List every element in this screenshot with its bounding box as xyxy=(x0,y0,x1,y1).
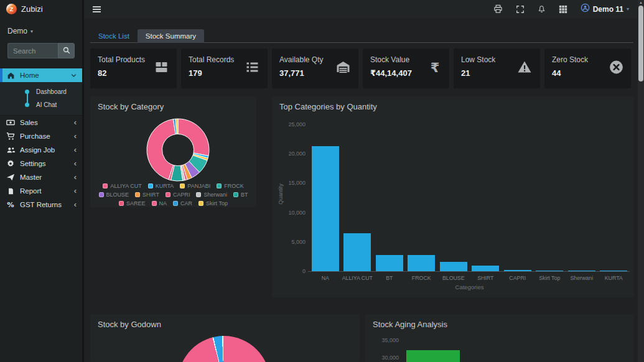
scrollbar-thumb[interactable] xyxy=(638,6,643,81)
x-category-label: BLOUSE xyxy=(437,275,470,281)
legend-item-sherwani[interactable]: Sherwani xyxy=(196,192,227,198)
sidebar-item-label: Settings xyxy=(20,160,74,167)
legend-label: FROCK xyxy=(224,183,244,189)
y-axis-tick: 0 xyxy=(276,268,306,274)
legend-swatch xyxy=(180,183,185,188)
chevron-left-icon: ‹ xyxy=(74,160,77,167)
legend-item-skirt-top[interactable]: Skirt Top xyxy=(198,200,228,207)
y-axis-tick: 15,000 xyxy=(276,180,306,186)
expand-icon[interactable] xyxy=(516,5,525,14)
workspace-dropdown[interactable]: Demo ▾ xyxy=(0,18,82,37)
panel-top-categories: Top Categories by Quantity Quantity Cate… xyxy=(272,96,634,297)
user-name: Demo 11 xyxy=(593,5,623,14)
legend-swatch xyxy=(198,201,203,206)
legend-item-blouse[interactable]: BLOUSE xyxy=(99,192,129,198)
bar-capri xyxy=(504,270,531,271)
legend-item-alliya-cut[interactable]: ALLIYA CUT xyxy=(103,183,141,189)
chevron-down-icon: ▾ xyxy=(627,6,629,12)
sidebar-item-report[interactable]: Report‹ xyxy=(0,184,82,198)
legend-label: Sherwani xyxy=(203,192,227,198)
sidebar-item-settings[interactable]: Settings‹ xyxy=(0,157,82,170)
bar-alliya-cut xyxy=(343,233,371,271)
sidebar-subitem-dashboard[interactable]: Dashboard xyxy=(0,85,82,98)
legend-item-frock[interactable]: FROCK xyxy=(217,183,244,189)
search-input[interactable] xyxy=(7,43,58,58)
x-axis-line xyxy=(308,271,630,272)
legend-item-car[interactable]: CAR xyxy=(173,200,192,207)
legend-label: PANJABI xyxy=(187,183,210,189)
x-category-label: KURTA xyxy=(598,275,630,281)
legend-label: CAPRI xyxy=(173,192,190,198)
legend-swatch xyxy=(148,183,153,188)
grid-icon[interactable] xyxy=(559,5,567,14)
sidebar-item-home[interactable]: Home xyxy=(0,68,82,82)
search-button[interactable] xyxy=(58,43,75,58)
stat-card-zero-stock: Zero Stock44 xyxy=(544,49,631,88)
legend-item-na[interactable]: NA xyxy=(152,200,167,207)
y-axis-tick: 35,000 xyxy=(369,337,399,343)
legend-label: NA xyxy=(159,200,167,207)
y-axis-tick: 25,000 xyxy=(276,121,306,128)
y-axis-tick: 10,000 xyxy=(276,210,306,216)
legend-item-bt[interactable]: BT xyxy=(233,192,248,198)
stat-card-stock-value: Stock Value₹44,14,407₹ xyxy=(363,49,449,88)
legend-swatch xyxy=(173,201,178,206)
sidebar-item-sales[interactable]: Sales‹ xyxy=(0,116,82,129)
donut-segment-na xyxy=(147,119,175,180)
page-scrollbar[interactable]: ▲ xyxy=(638,0,644,362)
scroll-up-icon[interactable]: ▲ xyxy=(638,0,644,5)
donut-chart xyxy=(141,113,215,187)
svg-text:₹: ₹ xyxy=(431,60,440,75)
legend-item-shirt[interactable]: SHIRT xyxy=(135,192,159,198)
printer-icon[interactable] xyxy=(493,4,503,14)
y-axis-tick: 30,000 xyxy=(369,355,399,361)
circle-x-icon xyxy=(609,60,624,78)
sidebar: Z Zubizi Demo ▾ HomeDashboardAI ChatSale… xyxy=(0,0,82,362)
tab-bar: Stock ListStock Summary xyxy=(90,29,204,43)
warning-icon xyxy=(516,60,533,77)
x-axis-label: Categories xyxy=(309,284,630,290)
legend-swatch xyxy=(166,192,170,197)
legend-item-kurta[interactable]: KURTA xyxy=(148,183,174,189)
tab-stock-summary[interactable]: Stock Summary xyxy=(138,29,204,43)
bullet-icon xyxy=(25,103,29,107)
bar-shirt xyxy=(472,266,499,271)
box-icon xyxy=(153,60,170,77)
subitem-label: AI Chat xyxy=(36,101,57,108)
legend-item-capri[interactable]: CAPRI xyxy=(166,192,190,198)
sidebar-item-master[interactable]: Master‹ xyxy=(0,170,82,184)
x-category-label: SHIRT xyxy=(470,275,502,281)
warehouse-icon xyxy=(335,60,352,77)
send-icon xyxy=(6,173,16,182)
top-navbar: Demo 11 ▾ xyxy=(84,0,638,18)
legend-item-panjabi[interactable]: PANJABI xyxy=(180,183,210,189)
chevron-left-icon: ‹ xyxy=(74,133,77,139)
legend-swatch xyxy=(99,192,104,197)
panel-title: Top Categories by Quantity xyxy=(279,102,377,111)
percent-icon: % xyxy=(6,200,16,209)
sidebar-submenu: DashboardAI Chat xyxy=(0,82,82,116)
money-icon xyxy=(6,118,16,127)
bar-sherwani xyxy=(568,271,595,272)
workspace-label: Demo xyxy=(7,27,27,35)
user-menu[interactable]: Demo 11 ▾ xyxy=(581,3,629,15)
sidebar-subitem-ai-chat[interactable]: AI Chat xyxy=(0,98,82,111)
gear-icon xyxy=(6,159,16,168)
sidebar-item-label: Master xyxy=(20,174,74,181)
legend-item-saree[interactable]: SAREE xyxy=(119,200,146,207)
tab-stock-list[interactable]: Stock List xyxy=(90,29,138,43)
legend-label: BT xyxy=(241,192,248,198)
panel-stock-by-godown: Stock by Godown xyxy=(90,314,360,362)
legend-label: SHIRT xyxy=(142,192,159,198)
bar-frock xyxy=(408,255,435,271)
sidebar-item-assign-job[interactable]: Assign Job‹ xyxy=(0,143,82,157)
sidebar-nav: HomeDashboardAI ChatSales‹Purchase‹Assig… xyxy=(0,68,82,211)
hamburger-menu-icon[interactable] xyxy=(93,5,101,14)
sidebar-item-gst-returns[interactable]: %GST Returns‹ xyxy=(0,198,82,211)
bell-icon[interactable] xyxy=(538,5,546,14)
sidebar-search xyxy=(7,43,75,58)
sidebar-item-purchase[interactable]: Purchase‹ xyxy=(0,129,82,143)
stat-card-low-stock: Low Stock21 xyxy=(454,49,540,88)
bar-aging-first xyxy=(406,350,460,362)
sidebar-item-label: Home xyxy=(20,72,71,79)
